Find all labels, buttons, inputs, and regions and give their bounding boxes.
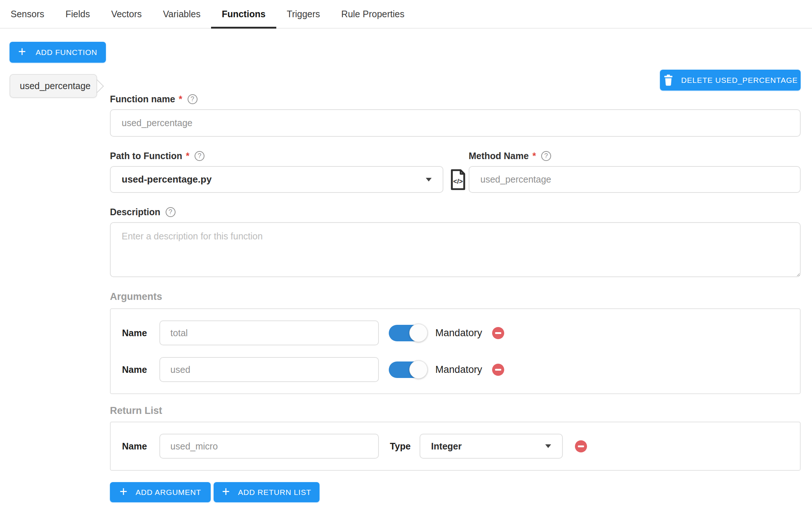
delete-function-button[interactable]: DELETE USED_PERCENTAGE bbox=[660, 70, 801, 91]
method-name-label-text: Method Name bbox=[469, 151, 529, 161]
mandatory-label: Mandatory bbox=[435, 364, 482, 375]
function-name-label-text: Function name bbox=[110, 94, 175, 104]
tab-sensors[interactable]: Sensors bbox=[0, 0, 55, 28]
tab-variables[interactable]: Variables bbox=[152, 0, 211, 28]
argument-name-input[interactable] bbox=[159, 357, 379, 382]
required-asterisk: * bbox=[532, 151, 536, 161]
arguments-box: Name Mandatory Name Mandatory bbox=[110, 308, 801, 394]
functions-panel: + ADD FUNCTION DELETE USED_PERCENTAGE us… bbox=[0, 29, 812, 514]
return-list-row: Name Type Integer bbox=[111, 434, 800, 459]
tab-rule-properties[interactable]: Rule Properties bbox=[331, 0, 415, 28]
method-name-input[interactable] bbox=[469, 166, 801, 193]
tab-bar: Sensors Fields Vectors Variables Functio… bbox=[0, 0, 812, 29]
remove-argument-icon[interactable] bbox=[492, 327, 504, 339]
required-asterisk: * bbox=[186, 151, 189, 161]
add-return-list-label: ADD RETURN LIST bbox=[238, 488, 311, 497]
function-name-input[interactable] bbox=[110, 109, 801, 137]
arguments-heading: Arguments bbox=[110, 291, 801, 303]
svg-text:</>: </> bbox=[453, 178, 463, 185]
argument-name-label: Name bbox=[122, 328, 147, 338]
add-function-label: ADD FUNCTION bbox=[36, 48, 97, 57]
argument-name-input[interactable] bbox=[159, 320, 379, 345]
tab-vectors[interactable]: Vectors bbox=[100, 0, 152, 28]
add-argument-button[interactable]: + ADD ARGUMENT bbox=[110, 482, 211, 502]
delete-function-label: DELETE USED_PERCENTAGE bbox=[681, 76, 798, 85]
mandatory-toggle[interactable] bbox=[389, 325, 427, 341]
add-return-list-button[interactable]: + ADD RETURN LIST bbox=[214, 482, 320, 502]
plus-icon: + bbox=[222, 485, 230, 498]
plus-icon: + bbox=[119, 485, 128, 498]
chevron-down-icon bbox=[426, 178, 432, 181]
path-to-function-value: used-percentage.py bbox=[122, 174, 212, 185]
description-textarea[interactable] bbox=[110, 222, 801, 277]
plus-icon: + bbox=[18, 45, 26, 58]
help-question-icon[interactable]: ? bbox=[188, 94, 198, 104]
help-question-icon[interactable]: ? bbox=[541, 151, 551, 161]
add-argument-label: ADD ARGUMENT bbox=[136, 488, 201, 497]
description-label: Description ? bbox=[110, 206, 801, 217]
help-question-icon[interactable]: ? bbox=[166, 207, 176, 217]
mandatory-toggle[interactable] bbox=[389, 361, 427, 378]
selected-pointer-arrow bbox=[90, 79, 104, 93]
function-name-label: Function name * ? bbox=[110, 93, 801, 104]
return-type-label: Type bbox=[390, 441, 411, 452]
tab-functions[interactable]: Functions bbox=[211, 0, 276, 28]
return-name-label: Name bbox=[122, 441, 147, 452]
trash-icon bbox=[663, 74, 674, 86]
return-type-value: Integer bbox=[431, 441, 462, 452]
return-list-heading: Return List bbox=[110, 405, 801, 417]
toggle-knob bbox=[409, 324, 428, 342]
tab-fields[interactable]: Fields bbox=[55, 0, 101, 28]
description-label-text: Description bbox=[110, 207, 160, 217]
remove-return-icon[interactable] bbox=[575, 440, 587, 452]
return-name-input[interactable] bbox=[159, 434, 379, 459]
argument-row: Name Mandatory bbox=[111, 320, 800, 345]
add-function-button[interactable]: + ADD FUNCTION bbox=[10, 42, 106, 63]
return-type-select[interactable]: Integer bbox=[420, 434, 563, 459]
argument-name-label: Name bbox=[122, 364, 147, 375]
function-list-item-used-percentage[interactable]: used_percentage bbox=[10, 74, 97, 98]
path-to-function-label: Path to Function * ? bbox=[110, 150, 443, 161]
method-name-label: Method Name * ? bbox=[469, 150, 801, 161]
chevron-down-icon bbox=[545, 444, 551, 448]
function-form: Function name * ? Path to Function * ? u… bbox=[110, 93, 801, 502]
mandatory-label: Mandatory bbox=[435, 327, 482, 339]
remove-argument-icon[interactable] bbox=[492, 364, 504, 376]
path-to-function-label-text: Path to Function bbox=[110, 151, 182, 161]
tab-triggers[interactable]: Triggers bbox=[276, 0, 331, 28]
help-question-icon[interactable]: ? bbox=[195, 151, 204, 161]
function-item-label: used_percentage bbox=[20, 81, 91, 91]
required-asterisk: * bbox=[179, 94, 182, 104]
argument-row: Name Mandatory bbox=[111, 357, 800, 382]
toggle-knob bbox=[409, 360, 428, 379]
code-file-icon: </> bbox=[450, 169, 466, 190]
view-code-file-button[interactable]: </> bbox=[450, 169, 466, 190]
path-to-function-select[interactable]: used-percentage.py bbox=[110, 166, 443, 193]
return-list-box: Name Type Integer bbox=[110, 422, 801, 471]
